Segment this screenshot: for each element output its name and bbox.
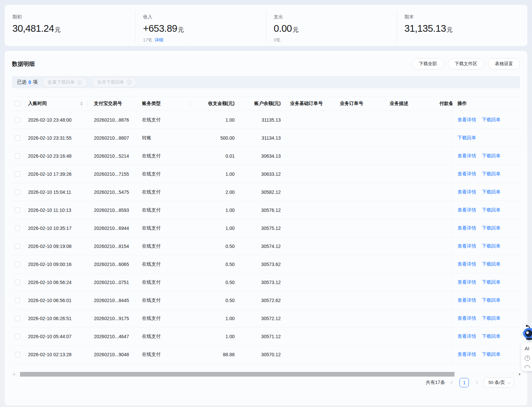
sort-icon[interactable] <box>80 102 83 106</box>
info-icon <box>77 80 82 85</box>
row-action-link[interactable]: 下载回单 <box>482 153 501 159</box>
cell-actions: 查看详情下载回单 <box>452 147 520 165</box>
table-row: 2026-02-10 15:04:11 20260210...5475 在线支付… <box>12 183 520 201</box>
help-question-icon[interactable] <box>525 356 530 361</box>
assistant-menu[interactable]: AI <box>521 343 532 371</box>
table-row: 2026-02-10 02:13:28 20260210...9048 在线支付… <box>12 346 520 364</box>
row-checkbox[interactable] <box>15 280 20 285</box>
summary-unit: 元 <box>178 26 184 34</box>
selected-prefix: 已选 <box>17 79 26 85</box>
row-action-link[interactable]: 下载回单 <box>482 207 501 213</box>
cell-transaction-id: 20260210...4647 <box>88 334 136 339</box>
cell-balance: 31135.13 <box>239 117 285 123</box>
download-file-zone-button[interactable]: 下载文件区 <box>448 58 485 70</box>
robot-assistant-icon[interactable] <box>521 325 532 340</box>
cell-type: 在线支付 <box>136 207 190 213</box>
row-checkbox[interactable] <box>15 171 20 177</box>
download-all-button[interactable]: 下载全部 <box>412 58 444 70</box>
row-checkbox[interactable] <box>15 244 20 249</box>
assistant-widget[interactable]: AI <box>521 325 532 371</box>
row-checkbox[interactable] <box>15 298 20 303</box>
row-checkbox[interactable] <box>15 117 20 123</box>
row-action-link[interactable]: 查看详情 <box>457 243 476 249</box>
page-title: 数据明细 <box>12 60 35 68</box>
row-checkbox[interactable] <box>15 153 20 159</box>
horizontal-scrollbar[interactable] <box>11 372 522 377</box>
row-action-link[interactable]: 下载回单 <box>482 333 501 340</box>
row-action-link[interactable]: 下载回单 <box>482 171 501 177</box>
cell-amount: 0.50 <box>190 280 239 285</box>
income-detail-link[interactable]: 详细 <box>154 37 163 43</box>
cell-type: 在线支付 <box>136 333 190 340</box>
row-action-link[interactable]: 查看详情 <box>457 153 476 159</box>
row-action-link[interactable]: 下载回单 <box>482 225 501 231</box>
row-action-link[interactable]: 下载回单 <box>482 315 501 321</box>
cell-type: 在线支付 <box>136 352 190 358</box>
row-action-link[interactable]: 查看详情 <box>457 207 476 213</box>
cell-type: 转账 <box>136 135 190 141</box>
column-header-payment-remark: 付款备注 <box>435 97 452 111</box>
row-action-link[interactable]: 查看详情 <box>457 333 476 340</box>
cell-actions: 查看详情下载回单 <box>452 309 520 327</box>
select-all-checkbox[interactable] <box>15 101 20 106</box>
scrollbar-track[interactable] <box>16 372 517 377</box>
cell-type: 在线支付 <box>136 261 190 267</box>
scroll-right-arrow-icon[interactable] <box>517 372 522 377</box>
row-action-link[interactable]: 查看详情 <box>457 315 476 321</box>
row-checkbox[interactable] <box>15 262 20 267</box>
row-action-link[interactable]: 下载回单 <box>482 243 501 249</box>
assistant-ai-label[interactable]: AI <box>525 346 532 351</box>
row-checkbox[interactable] <box>15 334 20 339</box>
summary-income: 收入 +653.89 元 17笔 详细 <box>135 5 266 46</box>
row-checkbox[interactable] <box>15 208 20 213</box>
cell-actions: 查看详情下载回单 <box>452 273 520 291</box>
cell-balance: 30576.12 <box>239 208 285 213</box>
cell-balance: 30571.12 <box>239 334 285 339</box>
page-number-button[interactable]: 1 <box>459 378 469 387</box>
row-action-link[interactable]: 下载回单 <box>482 352 501 358</box>
cell-balance: 30572.12 <box>239 316 285 321</box>
row-action-link[interactable]: 查看详情 <box>457 297 476 303</box>
row-action-link[interactable]: 查看详情 <box>457 171 476 177</box>
cell-amount: 0.50 <box>190 262 239 267</box>
row-action-link[interactable]: 下载回单 <box>457 135 476 141</box>
row-action-link[interactable]: 下载回单 <box>482 117 501 123</box>
cell-balance: 30633.12 <box>239 171 285 177</box>
row-action-link[interactable]: 查看详情 <box>457 189 476 195</box>
row-checkbox[interactable] <box>15 135 20 141</box>
row-checkbox[interactable] <box>15 189 20 195</box>
table-settings-button[interactable]: 表格设置 <box>488 58 520 70</box>
row-checkbox[interactable] <box>15 226 20 231</box>
customer-service-icon[interactable] <box>525 365 530 368</box>
page-size-select[interactable]: 50 条/页 <box>484 378 514 388</box>
table-row: 2026-02-10 23:48:00 20260210...8876 在线支付… <box>12 111 520 129</box>
prev-page-button[interactable] <box>450 381 454 384</box>
cell-actions: 查看详情下载回单 <box>452 219 520 237</box>
row-action-link[interactable]: 下载回单 <box>482 279 501 285</box>
row-checkbox[interactable] <box>15 316 20 321</box>
cell-time: 2026-02-10 06:56:24 <box>25 280 88 285</box>
row-action-link[interactable]: 下载回单 <box>482 297 501 303</box>
scrollbar-thumb[interactable] <box>20 372 454 377</box>
summary-card: 期初 30,481.24 元 收入 +653.89 元 17笔 详细 支出 <box>5 5 527 46</box>
row-action-link[interactable]: 查看详情 <box>457 352 476 358</box>
column-header-type: 账务类型 <box>136 97 190 111</box>
row-action-link[interactable]: 下载回单 <box>482 261 501 267</box>
table-row: 2026-02-10 09:19:08 20260210...8154 在线支付… <box>12 237 520 255</box>
next-page-button[interactable] <box>475 381 478 384</box>
batch-download-receipt-button[interactable]: 批量下载回单 <box>42 77 87 87</box>
cell-actions: 查看详情下载回单 <box>452 201 520 219</box>
row-action-link[interactable]: 查看详情 <box>457 117 476 123</box>
row-action-link[interactable]: 查看详情 <box>457 261 476 267</box>
merge-download-receipt-button[interactable]: 合并下载回单 <box>92 77 137 87</box>
column-header-time[interactable]: 入账时间 <box>25 97 88 111</box>
summary-expense: 支出 0.00 元 0笔 <box>266 5 397 46</box>
row-action-link[interactable]: 查看详情 <box>457 225 476 231</box>
row-checkbox[interactable] <box>15 352 20 357</box>
table-row: 2026-02-10 06:56:24 20260210...0751 在线支付… <box>12 273 520 291</box>
row-action-link[interactable]: 下载回单 <box>482 189 501 195</box>
table-row: 2026-02-10 10:35:17 20260210...6944 在线支付… <box>12 219 520 237</box>
scroll-left-arrow-icon[interactable] <box>11 372 16 377</box>
row-action-link[interactable]: 查看详情 <box>457 279 476 285</box>
selected-count: 0 <box>28 80 31 85</box>
